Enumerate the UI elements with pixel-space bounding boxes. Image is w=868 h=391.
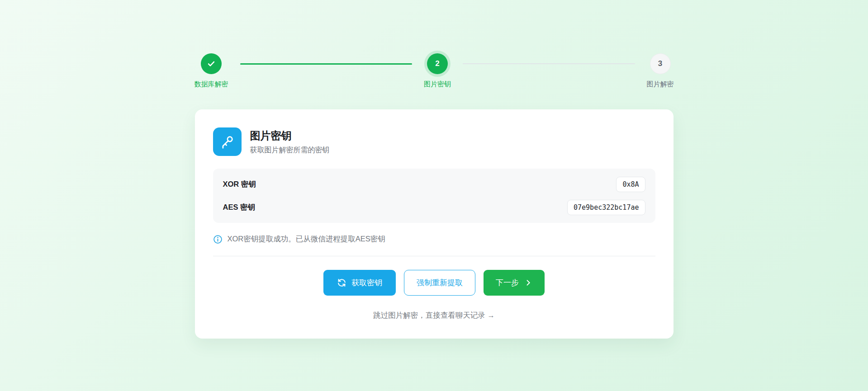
- get-key-label: 获取密钥: [351, 279, 382, 287]
- xor-key-row: XOR 密钥 0x8A: [223, 173, 645, 196]
- step-2-number: 2: [435, 59, 439, 68]
- step-image-key: 2 图片密钥: [424, 53, 451, 89]
- step-image-decrypt: 3 图片解密: [647, 53, 674, 89]
- check-icon: [206, 59, 216, 69]
- step-3-number: 3: [658, 59, 662, 68]
- step-2-circle: 2: [427, 53, 448, 74]
- get-key-button[interactable]: 获取密钥: [323, 270, 396, 296]
- step-2-label: 图片密钥: [424, 80, 451, 89]
- wizard-stepper: 数据库解密 2 图片密钥 3 图片解密: [194, 53, 674, 89]
- aes-key-value: 07e9bec322bc17ae: [567, 200, 645, 215]
- card-title: 图片密钥: [250, 129, 330, 143]
- step-3-circle: 3: [650, 53, 671, 74]
- info-icon: [213, 235, 223, 244]
- step-3-label: 图片解密: [647, 80, 674, 89]
- step-1-circle: [201, 53, 222, 74]
- xor-key-value: 0x8A: [616, 177, 645, 192]
- force-reextract-button[interactable]: 强制重新提取: [404, 270, 475, 296]
- card-titles: 图片密钥 获取图片解密所需的密钥: [250, 129, 330, 155]
- step-1-label: 数据库解密: [194, 80, 228, 89]
- skip-link[interactable]: 跳过图片解密，直接查看聊天记录 →: [373, 311, 495, 319]
- key-panel: XOR 密钥 0x8A AES 密钥 07e9bec322bc17ae: [213, 169, 655, 223]
- next-step-label: 下一步: [496, 279, 519, 287]
- step-database-decrypt: 数据库解密: [194, 53, 228, 89]
- image-key-card: 图片密钥 获取图片解密所需的密钥 XOR 密钥 0x8A AES 密钥 07e9…: [195, 109, 674, 339]
- force-reextract-label: 强制重新提取: [417, 279, 463, 287]
- stepper-connector-pending: [463, 63, 635, 64]
- key-icon: [213, 127, 242, 156]
- card-header: 图片密钥 获取图片解密所需的密钥: [213, 127, 655, 156]
- status-message: XOR密钥提取成功。已从微信进程提取AES密钥: [228, 234, 385, 244]
- card-subtitle: 获取图片解密所需的密钥: [250, 146, 330, 155]
- divider: [213, 256, 655, 256]
- aes-key-row: AES 密钥 07e9bec322bc17ae: [223, 196, 645, 219]
- chevron-right-icon: [524, 278, 532, 287]
- skip-row: 跳过图片解密，直接查看聊天记录 →: [213, 311, 655, 320]
- next-step-button[interactable]: 下一步: [484, 270, 545, 296]
- aes-key-label: AES 密钥: [223, 203, 256, 212]
- action-buttons: 获取密钥 强制重新提取 下一步: [213, 270, 655, 296]
- status-message-row: XOR密钥提取成功。已从微信进程提取AES密钥: [213, 234, 655, 244]
- stepper-connector-completed: [240, 63, 413, 65]
- refresh-icon: [337, 278, 346, 287]
- xor-key-label: XOR 密钥: [223, 179, 256, 189]
